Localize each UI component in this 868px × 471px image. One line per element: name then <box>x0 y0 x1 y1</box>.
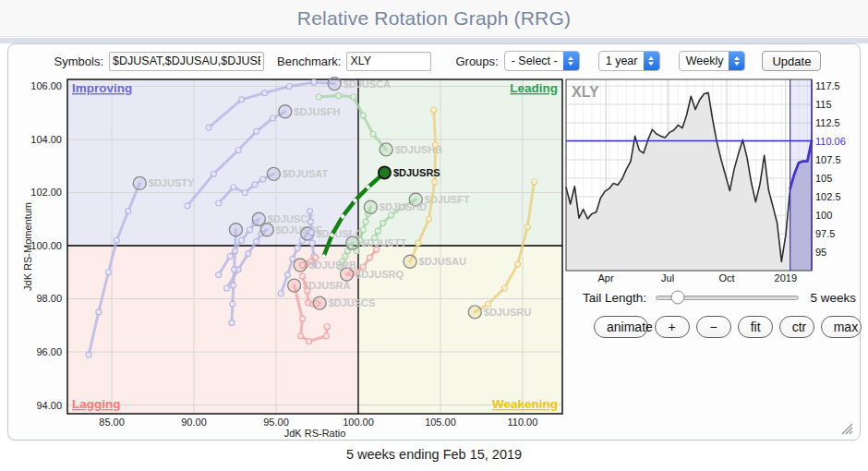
ctr-button[interactable]: ctr <box>779 316 814 338</box>
animate-button[interactable]: animate <box>594 316 648 338</box>
rrg-symbol-marker[interactable] <box>364 200 377 213</box>
zoom-in-button[interactable]: + <box>655 316 690 338</box>
svg-text:94.00: 94.00 <box>36 400 62 411</box>
rrg-tail-marker <box>427 216 432 222</box>
rrg-tail-marker <box>299 273 305 279</box>
svg-text:Apr: Apr <box>598 272 614 284</box>
rrg-symbol-marker[interactable] <box>260 223 273 236</box>
svg-text:98.00: 98.00 <box>36 293 62 304</box>
rrg-tail-marker <box>380 221 386 226</box>
rrg-symbol-marker[interactable] <box>468 306 481 319</box>
price-chart-title: XLY <box>572 84 599 100</box>
update-button[interactable]: Update <box>762 51 821 71</box>
rrg-symbol-label: $DJUSAU <box>419 256 466 267</box>
svg-text:106.00: 106.00 <box>30 80 62 91</box>
quadrant-label-weakening: Weakening <box>492 397 558 411</box>
rrg-tail-marker <box>216 272 222 278</box>
rrg-symbol-label: $DJUSTY <box>149 177 195 188</box>
rrg-tail-marker <box>290 256 295 261</box>
rrg-symbol-label: $DJUSAT <box>283 168 329 179</box>
rrg-tail-marker <box>239 97 245 103</box>
benchmark-price-chart[interactable]: XLY117.5115112.5107.5105102.510097.59511… <box>562 77 860 284</box>
groups-select[interactable]: - Select - <box>504 51 580 71</box>
rrg-tail-marker <box>311 79 317 85</box>
rrg-symbol-marker[interactable] <box>346 236 359 249</box>
rrg-tail-marker <box>270 115 275 121</box>
svg-text:100.00: 100.00 <box>30 240 62 251</box>
title-bar: Relative Rotation Graph (RRG) <box>0 0 868 37</box>
rrg-tail-marker <box>96 309 102 315</box>
rrg-symbol-marker[interactable] <box>294 259 307 272</box>
rrg-symbol-marker[interactable] <box>380 143 392 156</box>
quadrant-leading <box>358 79 562 246</box>
rrg-xaxis-title: JdK RS-Ratio <box>284 428 346 439</box>
page-title: Relative Rotation Graph (RRG) <box>297 7 571 30</box>
rrg-yaxis-title: JdK RS-Momentum <box>22 202 33 291</box>
rrg-tail-marker <box>254 128 259 134</box>
rrg-symbol-label: $DJUSRU <box>484 307 531 318</box>
resize-handle-icon[interactable] <box>838 422 853 435</box>
rrg-symbol-marker[interactable] <box>404 255 416 268</box>
rrg-tail-marker <box>230 301 235 307</box>
rrg-tail-marker <box>216 200 222 206</box>
rrg-chart[interactable]: ImprovingLeadingLaggingWeakening85.0090.… <box>19 77 573 439</box>
rrg-tail-marker <box>307 219 313 224</box>
rrg-tail-marker <box>247 227 253 233</box>
rrg-symbol-marker[interactable] <box>379 166 391 178</box>
rrg-symbol-marker[interactable] <box>288 279 301 292</box>
rrg-symbol-marker[interactable] <box>252 212 265 225</box>
rrg-tail-marker <box>375 228 380 234</box>
select-stepper-icon <box>563 51 579 71</box>
quadrant-label-improving: Improving <box>72 81 132 95</box>
rrg-tail-marker <box>114 237 119 243</box>
svg-text:100.00: 100.00 <box>343 417 374 428</box>
rrg-symbol-marker[interactable] <box>229 223 242 236</box>
svg-text:100: 100 <box>815 210 832 221</box>
rrg-tail-marker <box>431 107 437 113</box>
period-select[interactable]: 1 year <box>598 51 660 71</box>
rrg-tail-marker <box>211 171 216 176</box>
rrg-symbol-marker[interactable] <box>313 296 326 309</box>
rrg-symbol-label: $DJUSRB <box>309 260 356 271</box>
rrg-symbol-marker[interactable] <box>279 105 292 118</box>
rrg-tail-marker <box>233 248 238 254</box>
rrg-tail-marker <box>239 237 245 243</box>
rrg-tail-marker <box>360 113 366 118</box>
rrg-tail-marker <box>235 147 241 152</box>
rrg-tail-marker <box>524 224 530 230</box>
rrg-symbol-label: $DJUSTT <box>361 237 406 248</box>
fit-button[interactable]: fit <box>738 316 773 338</box>
svg-text:107.5: 107.5 <box>815 154 841 165</box>
tail-length-slider-thumb[interactable] <box>671 291 685 305</box>
svg-text:85.00: 85.00 <box>99 417 125 428</box>
rrg-tail-marker <box>351 94 356 100</box>
groups-select-value: - Select - <box>505 54 563 67</box>
symbols-label: Symbols: <box>54 54 103 68</box>
rrg-tail-marker <box>229 320 235 325</box>
tail-length-slider[interactable] <box>656 296 799 300</box>
rrg-tail-marker <box>324 324 330 330</box>
rrg-symbol-marker[interactable] <box>328 78 341 91</box>
quadrant-label-leading: Leading <box>510 81 558 95</box>
rrg-tail-marker <box>416 240 421 246</box>
svg-text:97.5: 97.5 <box>815 228 835 239</box>
benchmark-input[interactable] <box>346 52 431 71</box>
frequency-select[interactable]: Weekly <box>679 51 746 71</box>
tail-length-label: Tail Length: <box>583 291 646 305</box>
rrg-tail-marker <box>307 339 312 344</box>
rrg-tail-marker <box>298 333 304 339</box>
zoom-out-button[interactable]: − <box>696 316 731 338</box>
rrg-tail-marker <box>224 285 230 291</box>
symbols-input[interactable] <box>109 52 264 71</box>
rrg-tail-marker <box>278 291 283 296</box>
svg-text:110.00: 110.00 <box>508 417 538 428</box>
rrg-tail-marker <box>360 227 366 233</box>
max-button[interactable]: max <box>821 316 862 338</box>
rrg-symbol-marker[interactable] <box>267 167 280 180</box>
svg-text:95: 95 <box>815 247 826 258</box>
rrg-tail-marker <box>260 176 266 182</box>
rrg-tail-marker <box>374 247 380 252</box>
rrg-symbol-label: $DJUSCF <box>268 213 314 224</box>
rrg-tail-marker <box>363 219 368 224</box>
rrg-symbol-marker[interactable] <box>133 176 146 189</box>
